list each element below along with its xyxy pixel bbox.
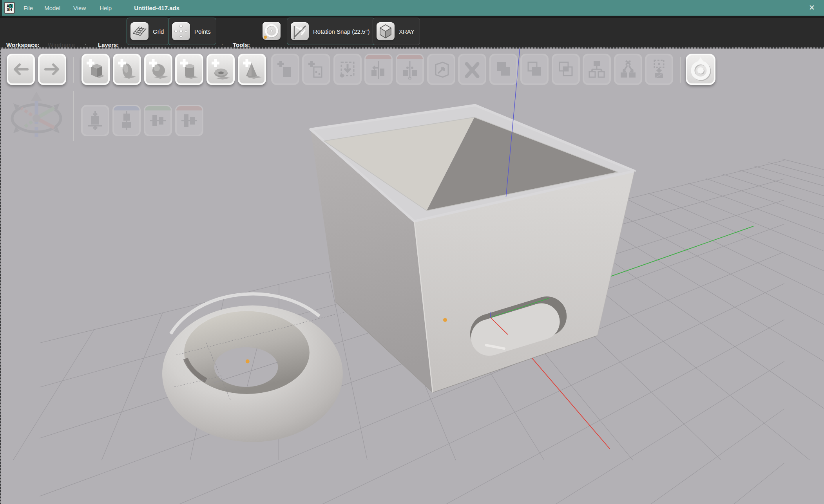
torus-object[interactable] bbox=[162, 294, 344, 442]
xray-label: XRAY bbox=[399, 28, 415, 35]
add-torus-button[interactable] bbox=[206, 54, 235, 85]
grid-button-label: Grid bbox=[153, 28, 164, 35]
orbit-view-icon bbox=[688, 56, 713, 82]
disabled-add-instance-button[interactable] bbox=[302, 54, 330, 85]
disabled-delete-button[interactable] bbox=[458, 54, 486, 85]
add-sphere-button[interactable] bbox=[144, 54, 172, 85]
menu-view[interactable]: View bbox=[73, 5, 86, 11]
disabled-boolean-intersect-button[interactable] bbox=[552, 54, 580, 85]
layer-points-button[interactable]: Points bbox=[168, 18, 216, 45]
ribbon-separator-dot-2: · bbox=[221, 41, 223, 47]
axis-x-red bbox=[529, 355, 610, 449]
circle-tool-button[interactable] bbox=[263, 22, 281, 40]
toolbar-divider-3 bbox=[73, 91, 74, 141]
add-ellipsoid-icon bbox=[117, 58, 137, 81]
notification-dot bbox=[264, 36, 267, 39]
toolbar-divider-2 bbox=[680, 57, 681, 83]
menu-help[interactable]: Help bbox=[100, 5, 112, 11]
box-pivot-dot[interactable] bbox=[443, 318, 447, 322]
disabled-import-drop-button[interactable] bbox=[333, 54, 362, 85]
add-torus-icon bbox=[211, 58, 230, 81]
hollow-box-object[interactable] bbox=[311, 105, 635, 393]
toolbar-divider bbox=[73, 57, 74, 83]
disabled-drop-to-floor-button[interactable] bbox=[81, 105, 109, 136]
disabled-bake-down-button[interactable] bbox=[645, 54, 673, 85]
grid-icon bbox=[130, 22, 149, 40]
close-icon[interactable]: ✕ bbox=[806, 3, 818, 13]
ribbon-toolbar: Workspace: Wireframe · Layers: Grid Poin… bbox=[0, 16, 824, 47]
disabled-add-copy-button[interactable] bbox=[271, 54, 299, 85]
disabled-boolean-subtract-button[interactable] bbox=[520, 54, 549, 85]
disabled-push-box-button[interactable] bbox=[427, 54, 455, 85]
undo-button[interactable] bbox=[7, 54, 35, 85]
xray-button[interactable]: XRAY bbox=[373, 18, 420, 45]
add-cube-button[interactable] bbox=[81, 54, 110, 85]
adsh-app-icon: AD SH bbox=[4, 2, 15, 14]
add-ellipsoid-button[interactable] bbox=[113, 54, 141, 85]
add-cube-icon bbox=[86, 58, 105, 81]
disabled-mirror-left-button[interactable] bbox=[364, 54, 393, 85]
ribbon-separator-dot: · bbox=[85, 41, 87, 47]
menu-model[interactable]: Model bbox=[44, 5, 60, 11]
disabled-split-apart-button[interactable] bbox=[614, 54, 642, 85]
logo-text-bottom: SH bbox=[7, 8, 12, 11]
arrow-right-icon bbox=[42, 62, 62, 76]
document-title: Untitled-417.ads bbox=[134, 5, 179, 11]
disabled-center-vertical-button[interactable] bbox=[112, 105, 141, 136]
torus-pivot-dot[interactable] bbox=[246, 359, 250, 363]
layer-grid-button[interactable]: Grid bbox=[127, 18, 169, 45]
add-sphere-icon bbox=[149, 58, 168, 81]
menu-file[interactable]: File bbox=[24, 5, 33, 11]
points-button-label: Points bbox=[194, 28, 211, 35]
arrow-left-icon bbox=[11, 62, 31, 76]
rotation-snap-icon bbox=[291, 22, 309, 40]
viewport-3d[interactable] bbox=[0, 49, 824, 504]
disabled-hierarchy-tree-button[interactable] bbox=[583, 54, 611, 85]
add-cylinder-button[interactable] bbox=[175, 54, 203, 85]
titlebar: AD SH File Model View Help Untitled-417.… bbox=[0, 0, 824, 16]
axis-y-green bbox=[610, 226, 753, 276]
add-cone-button[interactable] bbox=[238, 54, 266, 85]
xray-cube-icon bbox=[377, 22, 395, 40]
rotation-snap-label: Rotation Snap (22.5°) bbox=[313, 28, 369, 35]
disabled-align-horizontal-red-button[interactable] bbox=[175, 105, 203, 136]
disabled-mirror-center-button[interactable] bbox=[396, 54, 424, 85]
window-edge bbox=[0, 0, 2, 16]
rotation-snap-button[interactable]: Rotation Snap (22.5°) bbox=[287, 18, 375, 45]
redo-button[interactable] bbox=[38, 54, 66, 85]
add-cylinder-icon bbox=[179, 58, 199, 81]
viewport-left-border bbox=[0, 49, 1, 504]
points-icon bbox=[172, 22, 190, 40]
add-cone-icon bbox=[242, 58, 262, 81]
disabled-boolean-union-button[interactable] bbox=[489, 54, 518, 85]
view-reset-button[interactable] bbox=[686, 54, 715, 85]
orientation-gizmo-ghost bbox=[8, 89, 65, 144]
disabled-align-horizontal-green-button[interactable] bbox=[144, 105, 172, 136]
